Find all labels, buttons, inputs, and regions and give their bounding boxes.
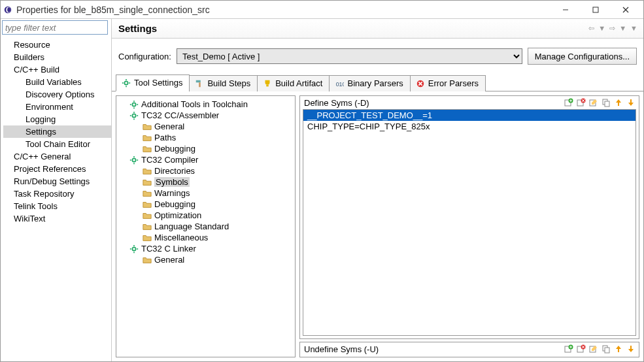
tool-tree-item[interactable]: TC32 C Linker xyxy=(116,243,295,254)
sidebar-item[interactable]: Settings xyxy=(3,125,111,138)
configuration-select[interactable]: Test_Demo [ Active ] xyxy=(177,48,522,64)
sidebar-item[interactable]: Tool Chain Editor xyxy=(3,138,111,150)
sidebar-item[interactable]: Environment xyxy=(3,101,111,113)
delete-icon[interactable] xyxy=(576,97,586,108)
gear-icon xyxy=(129,156,139,165)
edit-icon[interactable] xyxy=(588,97,599,108)
sidebar-item[interactable]: WikiText xyxy=(3,212,111,225)
define-sym-row[interactable]: __PROJECT_TEST_DEMO__=1 xyxy=(303,110,636,121)
tool-tree-item[interactable]: Symbols xyxy=(116,176,295,188)
sidebar-item[interactable]: Project References xyxy=(3,163,111,175)
filter-input[interactable] xyxy=(2,20,108,35)
tab-label: Build Artifact xyxy=(275,78,322,88)
tab-label: Error Parsers xyxy=(428,78,479,88)
folder-icon xyxy=(143,167,152,176)
copy-icon[interactable] xyxy=(601,344,611,354)
tool-tree-item[interactable]: TC32 CC/Assembler xyxy=(116,110,295,121)
close-button[interactable] xyxy=(611,1,641,19)
folder-icon xyxy=(143,178,152,187)
manage-configurations-button[interactable]: Manage Configurations... xyxy=(528,48,637,65)
main-panel: Settings ⇦▼ ⇨▼ ▼ Configuration: Test_Dem… xyxy=(112,19,643,361)
sidebar-item[interactable]: Telink Tools xyxy=(3,200,111,212)
svg-point-24 xyxy=(132,114,135,117)
tool-tree-item[interactable]: Directories xyxy=(116,165,295,176)
sidebar-item[interactable]: Discovery Options xyxy=(3,88,111,101)
tool-tree-item[interactable]: Optimization xyxy=(116,210,295,221)
sidebar-item[interactable]: Task Repository xyxy=(3,188,111,200)
tool-tree-label: General xyxy=(154,122,184,131)
svg-rect-49 xyxy=(605,101,609,107)
tool-tree-label: Optimization xyxy=(154,210,201,220)
sidebar-item[interactable]: Build Variables xyxy=(3,76,111,88)
tool-tree-item[interactable]: Language Standard xyxy=(116,221,295,232)
delete-icon[interactable] xyxy=(576,344,586,354)
define-syms-pane: Define Syms (-D) __PROJECT_TEST_DEMO__=1… xyxy=(299,95,639,339)
sidebar-item[interactable]: Builders xyxy=(3,51,111,63)
error-icon xyxy=(416,79,425,88)
copy-icon[interactable] xyxy=(601,97,611,108)
move-up-icon[interactable] xyxy=(613,344,624,354)
tool-tree-label: Directories xyxy=(154,166,195,176)
tool-tree-item[interactable]: Debugging xyxy=(116,143,295,154)
tool-tree-item[interactable]: Debugging xyxy=(116,199,295,210)
tabs-bar: Tool SettingsBuild StepsBuild Artifact01… xyxy=(112,74,643,91)
nav-menu-icon[interactable]: ▼ xyxy=(630,24,638,33)
gear-icon xyxy=(129,100,139,109)
svg-point-7 xyxy=(124,81,127,84)
tab[interactable]: Build Artifact xyxy=(257,75,330,91)
define-syms-list[interactable]: __PROJECT_TEST_DEMO__=1CHIP_TYPE=CHIP_TY… xyxy=(303,109,636,336)
tool-tree-item[interactable]: TC32 Compiler xyxy=(116,154,295,165)
tool-tree-item[interactable]: Warnings xyxy=(116,188,295,199)
eclipse-icon xyxy=(3,5,12,14)
svg-point-34 xyxy=(132,247,135,250)
tool-tree-label: Miscellaneous xyxy=(154,233,208,242)
tool-tree-item[interactable]: Paths xyxy=(116,132,295,143)
tool-tree-item[interactable]: Additional Tools in Toolchain xyxy=(116,99,295,110)
tool-tree-label: Additional Tools in Toolchain xyxy=(141,99,248,109)
move-down-icon[interactable] xyxy=(626,344,636,354)
tool-tree-label: Warnings xyxy=(154,188,190,198)
undefine-syms-title: Undefine Syms (-U) xyxy=(304,344,379,354)
folder-icon xyxy=(143,133,152,142)
minimize-button[interactable] xyxy=(551,1,581,19)
tab[interactable]: Error Parsers xyxy=(410,75,486,91)
gear-icon xyxy=(129,244,139,254)
tool-tree-label: TC32 CC/Assembler xyxy=(141,110,219,120)
tool-tree-label: Paths xyxy=(154,133,176,142)
add-icon[interactable] xyxy=(564,97,574,108)
nav-fwd-icon[interactable]: ⇨ xyxy=(609,24,616,33)
sidebar-tree: ResourceBuildersC/C++ BuildBuild Variabl… xyxy=(1,36,111,225)
tab[interactable]: Tool Settings xyxy=(116,74,190,91)
svg-point-2 xyxy=(7,7,10,12)
nav-back-menu-icon[interactable]: ▼ xyxy=(598,24,606,33)
nav-back-icon[interactable]: ⇦ xyxy=(588,24,595,33)
define-syms-title: Define Syms (-D) xyxy=(304,98,369,108)
maximize-button[interactable] xyxy=(581,1,611,19)
tool-tree-label: Debugging xyxy=(154,199,195,209)
add-icon[interactable] xyxy=(564,344,574,354)
nav-fwd-menu-icon[interactable]: ▼ xyxy=(619,24,627,33)
sidebar-item[interactable]: Run/Debug Settings xyxy=(3,175,111,188)
hammer-icon xyxy=(195,79,204,88)
tool-tree-label: TC32 C Linker xyxy=(141,244,196,254)
svg-rect-60 xyxy=(605,348,609,353)
sidebar-item[interactable]: Logging xyxy=(3,113,111,125)
tool-tree-item[interactable]: Miscellaneous xyxy=(116,232,295,243)
move-up-icon[interactable] xyxy=(613,97,624,108)
title-bar: Properties for ble_b85m_single_connectio… xyxy=(1,1,643,19)
tool-tree-label: Symbols xyxy=(154,177,190,187)
folder-icon xyxy=(143,200,152,209)
define-sym-row[interactable]: CHIP_TYPE=CHIP_TYPE_825x xyxy=(303,121,636,132)
sidebar-item[interactable]: C/C++ Build xyxy=(3,63,111,76)
tool-tree-item[interactable]: General xyxy=(116,121,295,132)
tool-settings-tree: Additional Tools in ToolchainTC32 CC/Ass… xyxy=(116,95,296,357)
sidebar-item[interactable]: Resource xyxy=(3,39,111,51)
tab[interactable]: Build Steps xyxy=(189,75,258,91)
tab[interactable]: 010Binary Parsers xyxy=(329,75,410,91)
tool-tree-item[interactable]: General xyxy=(116,254,295,265)
header-nav-arrows: ⇦▼ ⇨▼ ▼ xyxy=(588,24,638,33)
sidebar-item[interactable]: C/C++ General xyxy=(3,150,111,163)
sidebar: ResourceBuildersC/C++ BuildBuild Variabl… xyxy=(1,19,112,361)
move-down-icon[interactable] xyxy=(626,97,636,108)
edit-icon[interactable] xyxy=(588,344,599,354)
